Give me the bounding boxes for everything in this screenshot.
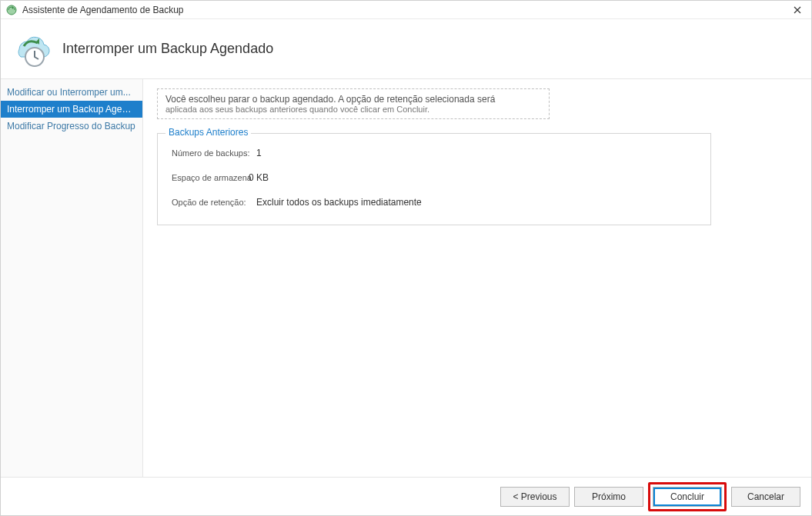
- next-button[interactable]: Próximo: [574, 487, 643, 507]
- window-title: Assistente de Agendamento de Backup: [22, 5, 788, 15]
- row-retention-option: Opção de retenção: Excluir todos os back…: [172, 197, 697, 208]
- row-storage-used: Espaço de armazenamento usado: 0 KB: [172, 172, 697, 183]
- cancel-button[interactable]: Cancelar: [731, 487, 800, 507]
- finish-button[interactable]: Concluir: [653, 487, 722, 507]
- wizard-window: Assistente de Agendamento de Backup Inte…: [0, 0, 812, 516]
- value-retention-option: Excluir todos os backups imediatamente: [256, 197, 422, 208]
- app-icon: [5, 4, 18, 16]
- label-retention-option: Opção de retenção:: [172, 198, 256, 207]
- info-text-line1: Você escolheu parar o backup agendado. A…: [165, 94, 541, 105]
- spacer: [157, 225, 793, 468]
- value-backup-count: 1: [256, 148, 262, 158]
- group-legend: Backups Anteriores: [165, 127, 251, 138]
- wizard-steps-sidebar: Modificar ou Interromper um... Interromp…: [1, 79, 143, 477]
- step-modify-backup-progress[interactable]: Modificar Progresso do Backup: [1, 118, 142, 135]
- step-stop-scheduled-backup[interactable]: Interromper um Backup Agendado: [1, 101, 142, 118]
- wizard-body: Modificar ou Interromper um... Interromp…: [1, 79, 811, 477]
- label-storage-used: Espaço de armazenamento usado:: [172, 173, 252, 182]
- step-modify-or-stop[interactable]: Modificar ou Interromper um...: [1, 84, 142, 101]
- previous-backups-group: Backups Anteriores Número de backups: 1 …: [157, 133, 711, 225]
- wizard-header: Interromper um Backup Agendado: [1, 19, 811, 79]
- row-backup-count: Número de backups: 1: [172, 148, 697, 158]
- page-title: Interromper um Backup Agendado: [62, 41, 273, 57]
- label-backup-count: Número de backups:: [172, 148, 256, 158]
- close-button[interactable]: [788, 1, 807, 19]
- previous-button[interactable]: < Previous: [500, 487, 570, 507]
- finish-highlight: Concluir: [648, 482, 727, 511]
- wizard-footer: < Previous Próximo Concluir Cancelar: [1, 477, 811, 515]
- info-box: Você escolheu parar o backup agendado. A…: [157, 88, 550, 119]
- value-storage-used: 0 KB: [249, 172, 269, 183]
- wizard-main: Você escolheu parar o backup agendado. A…: [143, 79, 811, 477]
- titlebar: Assistente de Agendamento de Backup: [1, 1, 811, 19]
- cloud-clock-icon: [8, 28, 52, 71]
- info-text-line2: aplicada aos seus backups anteriores qua…: [165, 105, 541, 114]
